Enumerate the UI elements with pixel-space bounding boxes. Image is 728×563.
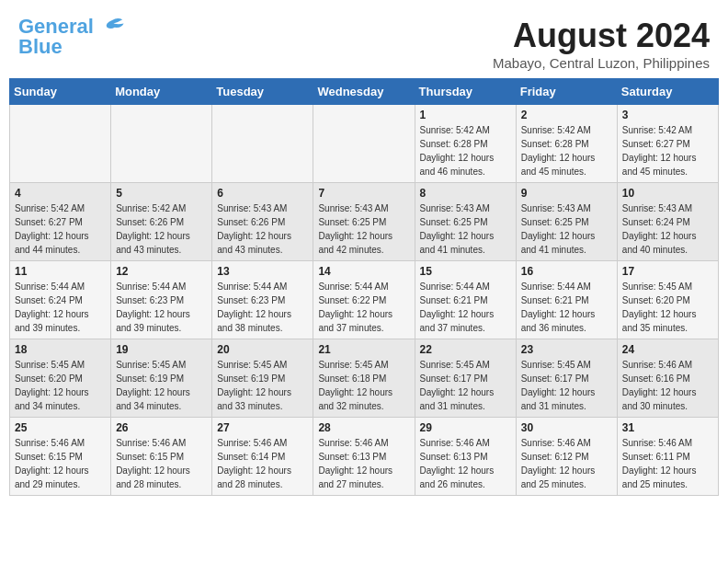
day-number: 1: [420, 109, 511, 121]
day-number: 15: [420, 265, 511, 278]
day-number: 2: [521, 109, 612, 121]
day-number: 18: [15, 343, 106, 356]
day-info: Sunrise: 5:42 AM Sunset: 6:26 PM Dayligh…: [116, 201, 207, 257]
day-of-week-header: Saturday: [617, 79, 718, 105]
calendar-week-row: 18Sunrise: 5:45 AM Sunset: 6:20 PM Dayli…: [10, 339, 719, 418]
calendar-cell: 10Sunrise: 5:43 AM Sunset: 6:24 PM Dayli…: [617, 183, 718, 261]
calendar-week-row: 11Sunrise: 5:44 AM Sunset: 6:24 PM Dayli…: [10, 261, 719, 339]
logo: GeneralBlue: [18, 17, 125, 57]
calendar-cell: 24Sunrise: 5:46 AM Sunset: 6:16 PM Dayli…: [617, 339, 718, 418]
day-info: Sunrise: 5:45 AM Sunset: 6:19 PM Dayligh…: [116, 358, 207, 413]
calendar-cell: 18Sunrise: 5:45 AM Sunset: 6:20 PM Dayli…: [10, 339, 111, 418]
day-of-week-header: Friday: [516, 79, 617, 105]
day-number: 22: [420, 343, 511, 356]
calendar: SundayMondayTuesdayWednesdayThursdayFrid…: [0, 78, 728, 505]
day-number: 7: [318, 187, 409, 200]
calendar-cell: 23Sunrise: 5:45 AM Sunset: 6:17 PM Dayli…: [516, 339, 617, 418]
day-number: 16: [521, 265, 612, 278]
day-number: 24: [622, 343, 713, 356]
day-number: 10: [622, 187, 713, 200]
day-number: 29: [420, 421, 511, 434]
day-number: 14: [318, 265, 409, 278]
calendar-cell: 6Sunrise: 5:43 AM Sunset: 6:26 PM Daylig…: [212, 183, 313, 261]
calendar-cell: 21Sunrise: 5:45 AM Sunset: 6:18 PM Dayli…: [313, 339, 415, 418]
day-info: Sunrise: 5:46 AM Sunset: 6:16 PM Dayligh…: [622, 358, 713, 413]
day-number: 13: [217, 265, 308, 278]
calendar-cell: 5Sunrise: 5:42 AM Sunset: 6:26 PM Daylig…: [111, 183, 212, 261]
day-info: Sunrise: 5:44 AM Sunset: 6:22 PM Dayligh…: [318, 280, 409, 335]
calendar-table: SundayMondayTuesdayWednesdayThursdayFrid…: [9, 78, 719, 496]
logo-bird-icon: [99, 14, 125, 40]
day-number: 21: [318, 343, 409, 356]
day-number: 3: [622, 109, 713, 121]
day-number: 31: [622, 421, 713, 434]
calendar-week-row: 25Sunrise: 5:46 AM Sunset: 6:15 PM Dayli…: [10, 418, 719, 496]
day-info: Sunrise: 5:42 AM Sunset: 6:27 PM Dayligh…: [622, 123, 713, 178]
calendar-cell: 31Sunrise: 5:46 AM Sunset: 6:11 PM Dayli…: [617, 418, 718, 496]
day-number: 8: [420, 187, 511, 200]
calendar-cell: 15Sunrise: 5:44 AM Sunset: 6:21 PM Dayli…: [415, 261, 516, 339]
month-year-title: August 2024: [493, 17, 710, 55]
day-of-week-header: Wednesday: [313, 79, 415, 105]
day-info: Sunrise: 5:42 AM Sunset: 6:28 PM Dayligh…: [521, 123, 612, 178]
calendar-cell: 11Sunrise: 5:44 AM Sunset: 6:24 PM Dayli…: [10, 261, 111, 339]
calendar-cell: 25Sunrise: 5:46 AM Sunset: 6:15 PM Dayli…: [10, 418, 111, 496]
day-info: Sunrise: 5:46 AM Sunset: 6:11 PM Dayligh…: [622, 436, 713, 491]
calendar-cell: 1Sunrise: 5:42 AM Sunset: 6:28 PM Daylig…: [415, 105, 516, 183]
title-section: August 2024 Mabayo, Central Luzon, Phili…: [493, 17, 710, 71]
day-info: Sunrise: 5:46 AM Sunset: 6:12 PM Dayligh…: [521, 436, 612, 491]
calendar-cell: 28Sunrise: 5:46 AM Sunset: 6:13 PM Dayli…: [313, 418, 415, 496]
day-info: Sunrise: 5:46 AM Sunset: 6:15 PM Dayligh…: [15, 436, 106, 491]
day-number: 30: [521, 421, 612, 434]
day-info: Sunrise: 5:44 AM Sunset: 6:24 PM Dayligh…: [15, 280, 106, 335]
calendar-cell: 22Sunrise: 5:45 AM Sunset: 6:17 PM Dayli…: [415, 339, 516, 418]
day-number: 11: [15, 265, 106, 278]
day-info: Sunrise: 5:43 AM Sunset: 6:24 PM Dayligh…: [622, 201, 713, 257]
day-info: Sunrise: 5:45 AM Sunset: 6:20 PM Dayligh…: [15, 358, 106, 413]
calendar-cell: 3Sunrise: 5:42 AM Sunset: 6:27 PM Daylig…: [617, 105, 718, 183]
day-info: Sunrise: 5:42 AM Sunset: 6:28 PM Dayligh…: [420, 123, 511, 178]
calendar-cell: 14Sunrise: 5:44 AM Sunset: 6:22 PM Dayli…: [313, 261, 415, 339]
day-number: 6: [217, 187, 308, 200]
day-info: Sunrise: 5:44 AM Sunset: 6:21 PM Dayligh…: [521, 280, 612, 335]
day-info: Sunrise: 5:45 AM Sunset: 6:19 PM Dayligh…: [217, 358, 308, 413]
calendar-cell: 13Sunrise: 5:44 AM Sunset: 6:23 PM Dayli…: [212, 261, 313, 339]
calendar-cell: [111, 105, 212, 183]
calendar-header-row: SundayMondayTuesdayWednesdayThursdayFrid…: [10, 79, 719, 105]
day-info: Sunrise: 5:44 AM Sunset: 6:23 PM Dayligh…: [217, 280, 308, 335]
calendar-cell: 29Sunrise: 5:46 AM Sunset: 6:13 PM Dayli…: [415, 418, 516, 496]
calendar-cell: 19Sunrise: 5:45 AM Sunset: 6:19 PM Dayli…: [111, 339, 212, 418]
calendar-cell: [212, 105, 313, 183]
day-number: 20: [217, 343, 308, 356]
calendar-cell: 16Sunrise: 5:44 AM Sunset: 6:21 PM Dayli…: [516, 261, 617, 339]
day-number: 25: [15, 421, 106, 434]
day-number: 17: [622, 265, 713, 278]
day-info: Sunrise: 5:43 AM Sunset: 6:26 PM Dayligh…: [217, 201, 308, 257]
calendar-cell: 2Sunrise: 5:42 AM Sunset: 6:28 PM Daylig…: [516, 105, 617, 183]
day-info: Sunrise: 5:45 AM Sunset: 6:20 PM Dayligh…: [622, 280, 713, 335]
day-info: Sunrise: 5:42 AM Sunset: 6:27 PM Dayligh…: [15, 201, 106, 257]
day-of-week-header: Sunday: [10, 79, 111, 105]
day-number: 4: [15, 187, 106, 200]
day-number: 19: [116, 343, 207, 356]
calendar-cell: 9Sunrise: 5:43 AM Sunset: 6:25 PM Daylig…: [516, 183, 617, 261]
day-info: Sunrise: 5:46 AM Sunset: 6:13 PM Dayligh…: [420, 436, 511, 491]
day-info: Sunrise: 5:46 AM Sunset: 6:13 PM Dayligh…: [318, 436, 409, 491]
calendar-cell: 8Sunrise: 5:43 AM Sunset: 6:25 PM Daylig…: [415, 183, 516, 261]
location-subtitle: Mabayo, Central Luzon, Philippines: [493, 55, 710, 71]
calendar-cell: [10, 105, 111, 183]
day-info: Sunrise: 5:46 AM Sunset: 6:15 PM Dayligh…: [116, 436, 207, 491]
day-number: 5: [116, 187, 207, 200]
day-number: 12: [116, 265, 207, 278]
day-info: Sunrise: 5:46 AM Sunset: 6:14 PM Dayligh…: [217, 436, 308, 491]
day-of-week-header: Thursday: [415, 79, 516, 105]
calendar-week-row: 4Sunrise: 5:42 AM Sunset: 6:27 PM Daylig…: [10, 183, 719, 261]
day-of-week-header: Tuesday: [212, 79, 313, 105]
calendar-cell: 4Sunrise: 5:42 AM Sunset: 6:27 PM Daylig…: [10, 183, 111, 261]
day-number: 23: [521, 343, 612, 356]
day-info: Sunrise: 5:45 AM Sunset: 6:17 PM Dayligh…: [420, 358, 511, 413]
day-info: Sunrise: 5:44 AM Sunset: 6:21 PM Dayligh…: [420, 280, 511, 335]
day-number: 27: [217, 421, 308, 434]
calendar-cell: 12Sunrise: 5:44 AM Sunset: 6:23 PM Dayli…: [111, 261, 212, 339]
day-info: Sunrise: 5:43 AM Sunset: 6:25 PM Dayligh…: [420, 201, 511, 257]
